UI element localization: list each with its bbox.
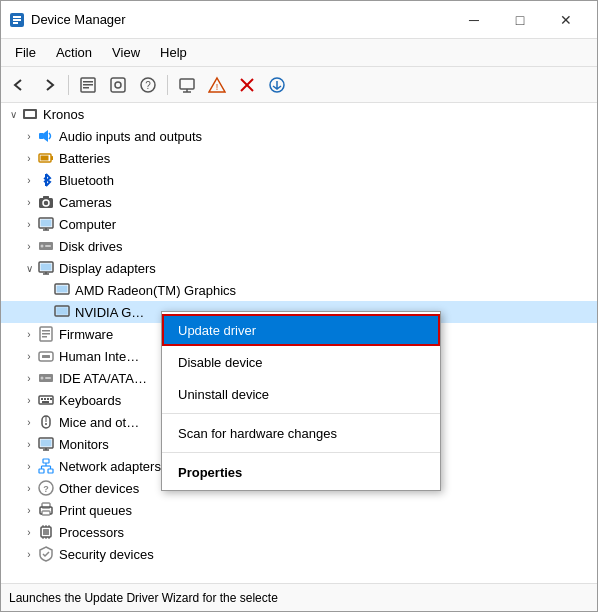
svg-rect-5 [83, 81, 93, 83]
ide-label: IDE ATA/ATA… [59, 371, 147, 386]
device-tree[interactable]: ∨ Kronos › [1, 103, 597, 583]
cameras-label: Cameras [59, 195, 112, 210]
maximize-button[interactable]: □ [497, 1, 543, 39]
tree-item-audio[interactable]: › Audio inputs and outputs [1, 125, 597, 147]
menu-help[interactable]: Help [150, 41, 197, 64]
update-button[interactable] [263, 71, 291, 99]
processors-label: Processors [59, 525, 124, 540]
svg-rect-2 [13, 19, 21, 21]
properties-button[interactable] [74, 71, 102, 99]
svg-point-61 [45, 423, 47, 425]
nvidia-icon [53, 303, 71, 321]
svg-text:!: ! [216, 82, 219, 92]
svg-rect-56 [47, 398, 49, 400]
help-button[interactable]: ? [134, 71, 162, 99]
svg-rect-30 [41, 220, 52, 227]
context-menu: Update driver Disable device Uninstall d… [161, 311, 441, 491]
ctx-properties[interactable]: Properties [162, 456, 440, 488]
nvidia-label: NVIDIA G… [75, 305, 144, 320]
menu-view[interactable]: View [102, 41, 150, 64]
scan-button[interactable] [104, 71, 132, 99]
expander-disk[interactable]: › [21, 235, 37, 257]
expander-batteries[interactable]: › [21, 147, 37, 169]
forward-button[interactable] [35, 71, 63, 99]
expander-amd [37, 279, 53, 301]
tree-item-print[interactable]: › Print queues [1, 499, 597, 521]
mice-label: Mice and ot… [59, 415, 139, 430]
audio-icon [37, 127, 55, 145]
ctx-separator-1 [162, 413, 440, 414]
tree-root-kronos[interactable]: ∨ Kronos [1, 103, 597, 125]
svg-point-34 [41, 245, 44, 248]
ctx-uninstall-device[interactable]: Uninstall device [162, 378, 440, 410]
hid-label: Human Inte… [59, 349, 139, 364]
warning-button[interactable]: ! [203, 71, 231, 99]
security-icon [37, 545, 55, 563]
expander-network[interactable]: › [21, 455, 37, 477]
expander-ide[interactable]: › [21, 367, 37, 389]
expander-audio[interactable]: › [21, 125, 37, 147]
keyboards-label: Keyboards [59, 393, 121, 408]
tree-item-processors[interactable]: › Processors [1, 521, 597, 543]
expander-processors[interactable]: › [21, 521, 37, 543]
status-bar: Launches the Update Driver Wizard for th… [1, 583, 597, 611]
other-icon: ? [37, 479, 55, 497]
tree-item-computer[interactable]: › Computer [1, 213, 597, 235]
firmware-icon [37, 325, 55, 343]
app-icon [9, 12, 25, 28]
disk-icon [37, 237, 55, 255]
expander-kronos[interactable]: ∨ [5, 103, 21, 125]
tree-item-disk[interactable]: › Disk drives [1, 235, 597, 257]
expander-mice[interactable]: › [21, 411, 37, 433]
expander-cameras[interactable]: › [21, 191, 37, 213]
network-icon [37, 457, 55, 475]
close-button[interactable]: ✕ [543, 1, 589, 39]
menu-action[interactable]: Action [46, 41, 102, 64]
expander-display[interactable]: ∨ [21, 257, 37, 279]
monitors-icon [37, 435, 55, 453]
hid-icon [37, 347, 55, 365]
expander-hid[interactable]: › [21, 345, 37, 367]
expander-monitors[interactable]: › [21, 433, 37, 455]
tree-item-security[interactable]: › Security devices [1, 543, 597, 565]
main-content: ∨ Kronos › [1, 103, 597, 583]
tree-item-cameras[interactable]: › Cameras [1, 191, 597, 213]
ctx-disable-device[interactable]: Disable device [162, 346, 440, 378]
svg-rect-58 [42, 401, 49, 403]
keyboards-icon [37, 391, 55, 409]
tree-item-display[interactable]: ∨ Display adapters [1, 257, 597, 279]
expander-computer[interactable]: › [21, 213, 37, 235]
cameras-icon [37, 193, 55, 211]
expander-keyboards[interactable]: › [21, 389, 37, 411]
title-bar: Device Manager ─ □ ✕ [1, 1, 597, 39]
remove-button[interactable] [233, 71, 261, 99]
svg-rect-67 [39, 469, 44, 473]
svg-rect-49 [42, 355, 50, 358]
ide-icon [37, 369, 55, 387]
audio-label: Audio inputs and outputs [59, 129, 202, 144]
expander-other[interactable]: › [21, 477, 37, 499]
svg-rect-1 [13, 16, 21, 18]
ctx-update-driver[interactable]: Update driver [162, 314, 440, 346]
computer-button[interactable] [173, 71, 201, 99]
tree-item-amd[interactable]: AMD Radeon(TM) Graphics [1, 279, 597, 301]
svg-rect-57 [50, 398, 52, 400]
other-label: Other devices [59, 481, 139, 496]
svg-rect-52 [45, 377, 51, 379]
menu-file[interactable]: File [5, 41, 46, 64]
expander-security[interactable]: › [21, 543, 37, 565]
ctx-scan-hardware[interactable]: Scan for hardware changes [162, 417, 440, 449]
minimize-button[interactable]: ─ [451, 1, 497, 39]
svg-text:?: ? [43, 484, 49, 494]
back-button[interactable] [5, 71, 33, 99]
amd-label: AMD Radeon(TM) Graphics [75, 283, 236, 298]
svg-rect-41 [57, 286, 68, 293]
svg-rect-7 [83, 87, 89, 89]
expander-print[interactable]: › [21, 499, 37, 521]
svg-rect-28 [43, 196, 49, 199]
tree-item-batteries[interactable]: › Batteries [1, 147, 597, 169]
expander-firmware[interactable]: › [21, 323, 37, 345]
tree-item-bluetooth[interactable]: › Bluetooth [1, 169, 597, 191]
expander-bluetooth[interactable]: › [21, 169, 37, 191]
menu-bar: File Action View Help [1, 39, 597, 67]
